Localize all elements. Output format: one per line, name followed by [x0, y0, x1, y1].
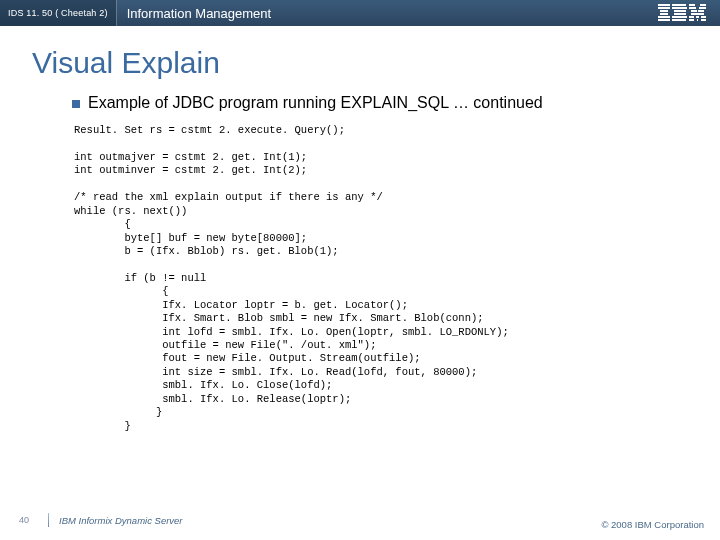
footer-separator: [48, 513, 49, 527]
svg-rect-21: [701, 16, 706, 18]
header-group: Information Management: [117, 6, 272, 21]
header-product: IDS 11. 50 ( Cheetah 2): [0, 0, 117, 26]
svg-rect-12: [689, 4, 695, 6]
svg-rect-2: [660, 10, 668, 12]
content-area: Example of JDBC program running EXPLAIN_…: [0, 86, 720, 433]
svg-rect-24: [701, 19, 706, 21]
svg-rect-17: [698, 10, 704, 12]
svg-rect-9: [674, 13, 686, 15]
footer-copyright: © 2008 IBM Corporation: [601, 519, 704, 530]
svg-rect-19: [689, 16, 694, 18]
svg-rect-5: [658, 19, 670, 21]
svg-rect-15: [699, 7, 706, 9]
bullet-square-icon: [72, 100, 80, 108]
page-number: 40: [0, 515, 48, 525]
bullet-item: Example of JDBC program running EXPLAIN_…: [72, 94, 680, 112]
code-block: Result. Set rs = cstmt 2. execute. Query…: [72, 124, 680, 433]
slide: IDS 11. 50 ( Cheetah 2) Information Mana…: [0, 0, 720, 540]
footer-product: IBM Informix Dynamic Server: [59, 515, 183, 526]
svg-rect-1: [658, 7, 670, 9]
svg-rect-13: [700, 4, 706, 6]
header-bar: IDS 11. 50 ( Cheetah 2) Information Mana…: [0, 0, 720, 26]
svg-rect-22: [689, 19, 694, 21]
slide-title: Visual Explain: [0, 26, 720, 86]
svg-rect-7: [672, 7, 687, 9]
svg-rect-20: [696, 16, 699, 18]
svg-rect-3: [660, 13, 668, 15]
svg-rect-14: [689, 7, 696, 9]
svg-rect-4: [658, 16, 670, 18]
svg-rect-18: [691, 13, 704, 15]
bullet-text: Example of JDBC program running EXPLAIN_…: [88, 94, 543, 112]
svg-rect-23: [697, 19, 698, 21]
svg-rect-16: [691, 10, 697, 12]
svg-rect-6: [672, 4, 686, 6]
svg-rect-0: [658, 4, 670, 6]
svg-rect-8: [674, 10, 686, 12]
ibm-logo-icon: [658, 4, 706, 22]
svg-rect-11: [672, 19, 686, 21]
svg-rect-10: [672, 16, 687, 18]
